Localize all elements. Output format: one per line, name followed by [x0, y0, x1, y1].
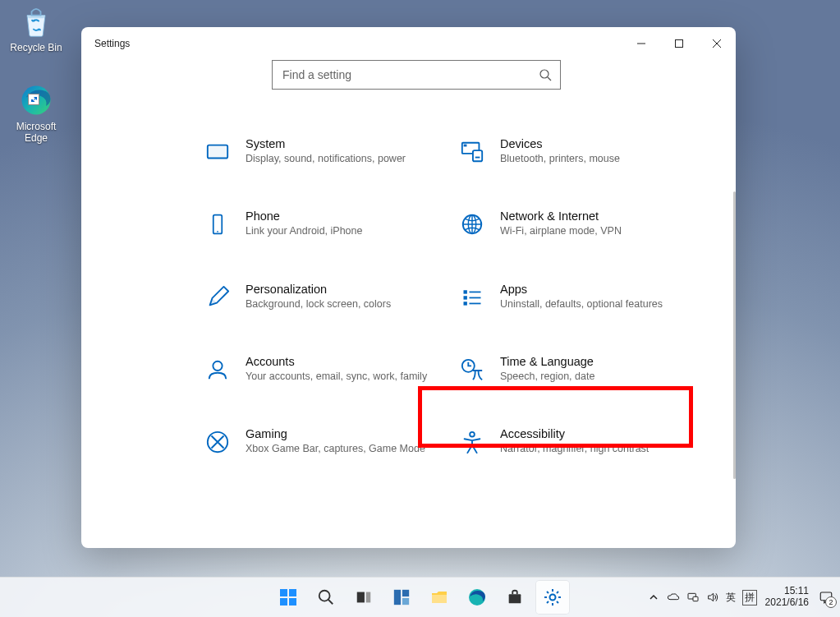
category-personalization[interactable]: Personalization Background, lock screen,…	[204, 279, 434, 314]
notification-count-badge: 2	[825, 596, 837, 608]
svg-point-22	[470, 432, 475, 437]
category-title: Devices	[500, 137, 689, 150]
search-icon	[539, 68, 552, 81]
svg-rect-16	[470, 297, 481, 298]
settings-window: Settings	[81, 27, 736, 548]
category-title: Network & Internet	[500, 210, 689, 223]
desktop-icon-microsoft-edge[interactable]: Microsoft Edge	[5, 81, 67, 145]
svg-rect-17	[464, 302, 467, 305]
phone-icon	[204, 211, 231, 237]
taskbar-clock[interactable]: 15:11 2021/6/16	[765, 586, 809, 609]
svg-rect-26	[289, 598, 296, 605]
titlebar[interactable]: Settings	[81, 27, 736, 60]
category-desc: Bluetooth, printers, mouse	[500, 152, 689, 165]
maximize-button[interactable]	[660, 27, 698, 60]
category-system[interactable]: System Display, sound, notifications, po…	[204, 134, 434, 168]
category-title: Time & Language	[500, 355, 689, 368]
svg-point-10	[217, 231, 218, 233]
svg-rect-1	[676, 40, 683, 48]
apps-icon	[459, 284, 485, 311]
minimize-button[interactable]	[622, 27, 660, 60]
svg-point-2	[540, 70, 549, 78]
edge-taskbar-button[interactable]	[461, 581, 493, 614]
category-desc: Wi-Fi, airplane mode, VPN	[500, 224, 689, 237]
svg-rect-35	[508, 594, 521, 603]
volume-icon[interactable]	[706, 591, 719, 604]
person-icon	[204, 357, 231, 383]
clock-time: 15:11	[765, 586, 809, 597]
category-title: System	[246, 137, 434, 150]
desktop-icon-recycle-bin[interactable]: Recycle Bin	[5, 2, 67, 54]
desktop-icon-label: Microsoft Edge	[5, 122, 67, 145]
svg-rect-29	[365, 592, 370, 603]
tray-chevron-up-icon[interactable]	[647, 591, 660, 604]
category-accounts[interactable]: Accounts Your accounts, email, sync, wor…	[204, 352, 434, 386]
category-phone[interactable]: Phone Link your Android, iPhone	[204, 206, 434, 241]
system-tray: 英 拼 15:11 2021/6/16 2	[647, 578, 835, 617]
close-button[interactable]	[698, 27, 736, 60]
svg-rect-15	[464, 296, 467, 299]
svg-rect-7	[473, 150, 482, 161]
category-desc: Display, sound, notifications, power	[246, 152, 434, 165]
category-desc: Link your Android, iPhone	[246, 224, 434, 237]
category-desc: Narrator, magnifier, high contrast	[500, 442, 689, 455]
taskbar-center	[272, 581, 569, 614]
ime-indicator-2[interactable]: 拼	[742, 590, 757, 605]
taskbar-search-button[interactable]	[310, 581, 342, 614]
task-view-button[interactable]	[347, 581, 380, 614]
store-button[interactable]	[498, 581, 531, 614]
category-time-language[interactable]: Time & Language Speech, region, date	[459, 352, 689, 386]
svg-rect-33	[432, 595, 447, 603]
search-input[interactable]	[281, 67, 539, 82]
window-title: Settings	[94, 38, 130, 49]
svg-rect-24	[289, 589, 296, 596]
taskbar: 英 拼 15:11 2021/6/16 2	[0, 577, 840, 617]
system-icon	[204, 139, 231, 165]
svg-rect-4	[208, 145, 227, 159]
category-desc: Xbox Game Bar, captures, Game Mode	[246, 442, 434, 455]
category-network[interactable]: Network & Internet Wi-Fi, airplane mode,…	[459, 206, 689, 241]
category-gaming[interactable]: Gaming Xbox Game Bar, captures, Game Mod…	[204, 424, 434, 458]
category-desc: Speech, region, date	[500, 370, 689, 383]
svg-rect-31	[402, 590, 408, 596]
svg-rect-8	[475, 157, 480, 159]
category-title: Gaming	[246, 427, 434, 440]
category-title: Apps	[500, 283, 689, 296]
svg-rect-28	[356, 592, 364, 603]
svg-rect-32	[402, 598, 408, 605]
category-title: Personalization	[246, 283, 434, 296]
svg-point-36	[549, 595, 555, 601]
devices-icon	[459, 139, 485, 165]
svg-rect-30	[393, 590, 400, 605]
category-apps[interactable]: Apps Uninstall, defaults, optional featu…	[459, 279, 689, 314]
network-tray-icon[interactable]	[686, 591, 700, 604]
category-devices[interactable]: Devices Bluetooth, printers, mouse	[459, 134, 689, 168]
recycle-bin-icon	[16, 2, 56, 41]
svg-rect-18	[470, 302, 481, 304]
svg-point-27	[319, 591, 329, 601]
start-button[interactable]	[272, 581, 305, 614]
category-desc: Your accounts, email, sync, work, family	[246, 370, 434, 383]
edge-icon	[16, 81, 56, 120]
category-desc: Uninstall, defaults, optional features	[500, 297, 689, 311]
search-box[interactable]	[272, 60, 561, 90]
svg-point-19	[213, 361, 222, 370]
category-title: Accounts	[246, 355, 434, 368]
ime-indicator-1[interactable]: 英	[726, 591, 736, 605]
widgets-button[interactable]	[385, 581, 418, 614]
time-language-icon	[459, 357, 485, 383]
clock-date: 2021/6/16	[765, 597, 809, 609]
globe-icon	[459, 211, 485, 237]
pen-icon	[204, 284, 231, 311]
svg-rect-38	[693, 596, 698, 601]
shortcut-arrow-icon	[28, 94, 39, 105]
onedrive-icon[interactable]	[667, 591, 680, 604]
file-explorer-button[interactable]	[423, 581, 456, 614]
svg-rect-6	[464, 145, 467, 147]
settings-taskbar-button[interactable]	[536, 581, 569, 614]
category-accessibility[interactable]: Accessibility Narrator, magnifier, high …	[459, 424, 689, 458]
settings-categories: System Display, sound, notifications, po…	[204, 134, 689, 458]
notifications-button[interactable]: 2	[817, 588, 835, 606]
xbox-icon	[204, 429, 231, 455]
vertical-scrollbar[interactable]	[733, 191, 736, 479]
